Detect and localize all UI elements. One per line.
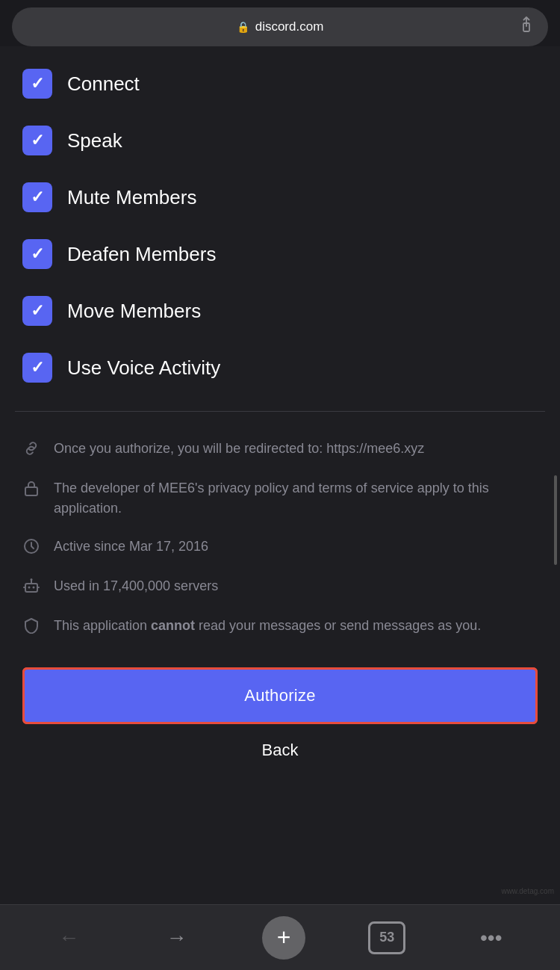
- url-text: discord.com: [255, 19, 324, 34]
- permission-label-connect: Connect: [67, 72, 140, 96]
- permission-label-move-members: Move Members: [67, 300, 201, 323]
- nav-back-button[interactable]: ←: [46, 915, 91, 960]
- main-content: ✓ Connect ✓ Speak ✓ Mute Members ✓: [0, 46, 560, 790]
- check-icon-mute-members: ✓: [31, 188, 44, 207]
- privacy-info-text: The developer of MEE6's privacy policy a…: [54, 478, 539, 519]
- permission-item-move-members[interactable]: ✓ Move Members: [15, 282, 545, 339]
- authorize-button[interactable]: Authorize: [22, 667, 538, 724]
- permission-label-mute-members: Mute Members: [67, 186, 196, 209]
- used-in-text: Used in 17,400,000 servers: [54, 576, 539, 596]
- back-arrow-icon: ←: [58, 926, 79, 950]
- plus-icon: +: [277, 924, 291, 951]
- back-button[interactable]: Back: [22, 727, 538, 773]
- svg-point-4: [28, 587, 31, 589]
- nav-more-button[interactable]: •••: [469, 915, 514, 960]
- svg-point-6: [31, 578, 33, 581]
- section-divider: [15, 411, 545, 412]
- svg-rect-1: [25, 487, 37, 495]
- share-icon[interactable]: [518, 16, 535, 37]
- scroll-indicator: [554, 475, 557, 565]
- permission-item-connect[interactable]: ✓ Connect: [15, 55, 545, 112]
- checkbox-move-members[interactable]: ✓: [22, 296, 52, 326]
- active-since-text: Active since Mar 17, 2016: [54, 537, 539, 557]
- svg-rect-3: [25, 584, 37, 592]
- permission-label-deafen-members: Deafen Members: [67, 243, 216, 266]
- checkbox-connect[interactable]: ✓: [22, 69, 52, 99]
- permission-item-use-voice-activity[interactable]: ✓ Use Voice Activity: [15, 339, 545, 396]
- checkbox-deafen-members[interactable]: ✓: [22, 239, 52, 269]
- clock-icon: [21, 538, 42, 558]
- watermark: www.detag.com: [501, 887, 554, 895]
- check-icon-move-members: ✓: [31, 301, 44, 321]
- buttons-section: Authorize Back: [15, 652, 545, 781]
- check-icon-use-voice-activity: ✓: [31, 358, 44, 377]
- checkbox-mute-members[interactable]: ✓: [22, 182, 52, 212]
- lock-icon: 🔒: [237, 21, 249, 33]
- forward-arrow-icon: →: [167, 926, 187, 950]
- browser-url: 🔒 discord.com: [237, 19, 324, 34]
- permission-item-mute-members[interactable]: ✓ Mute Members: [15, 169, 545, 226]
- link-icon: [21, 440, 42, 460]
- permission-label-speak: Speak: [67, 129, 122, 152]
- checkbox-speak[interactable]: ✓: [22, 126, 52, 155]
- check-icon-speak: ✓: [31, 131, 44, 150]
- check-icon-deafen-members: ✓: [31, 244, 44, 264]
- cannot-bold: cannot: [151, 618, 195, 633]
- main-content-wrapper: ✓ Connect ✓ Speak ✓ Mute Members ✓: [0, 46, 560, 904]
- permission-item-speak[interactable]: ✓ Speak: [15, 112, 545, 169]
- info-item-cannot-read: This application cannot read your messag…: [15, 607, 545, 646]
- tab-count-label: 53: [379, 930, 394, 945]
- nav-tabs-button[interactable]: 53: [368, 921, 405, 954]
- info-item-privacy: The developer of MEE6's privacy policy a…: [15, 469, 545, 528]
- info-item-active-since: Active since Mar 17, 2016: [15, 528, 545, 567]
- nav-new-tab-button[interactable]: +: [262, 916, 305, 960]
- svg-point-5: [33, 587, 35, 589]
- nav-forward-button[interactable]: →: [155, 915, 199, 960]
- permission-item-deafen-members[interactable]: ✓ Deafen Members: [15, 226, 545, 282]
- redirect-info-text: Once you authorize, you will be redirect…: [54, 439, 539, 459]
- permission-list: ✓ Connect ✓ Speak ✓ Mute Members ✓: [15, 55, 545, 396]
- privacy-lock-icon: [21, 480, 42, 500]
- info-section: Once you authorize, you will be redirect…: [15, 424, 545, 652]
- info-item-used-in: Used in 17,400,000 servers: [15, 567, 545, 607]
- more-icon: •••: [480, 926, 502, 950]
- permission-label-use-voice-activity: Use Voice Activity: [67, 356, 220, 380]
- info-item-redirect: Once you authorize, you will be redirect…: [15, 430, 545, 469]
- shield-icon: [21, 617, 42, 637]
- robot-icon: [21, 578, 42, 598]
- cannot-read-text: This application cannot read your messag…: [54, 616, 539, 636]
- checkbox-use-voice-activity[interactable]: ✓: [22, 353, 52, 383]
- browser-bar: 🔒 discord.com: [12, 7, 548, 46]
- check-icon-connect: ✓: [31, 74, 44, 93]
- bottom-nav: ← → + 53 •••: [0, 904, 560, 970]
